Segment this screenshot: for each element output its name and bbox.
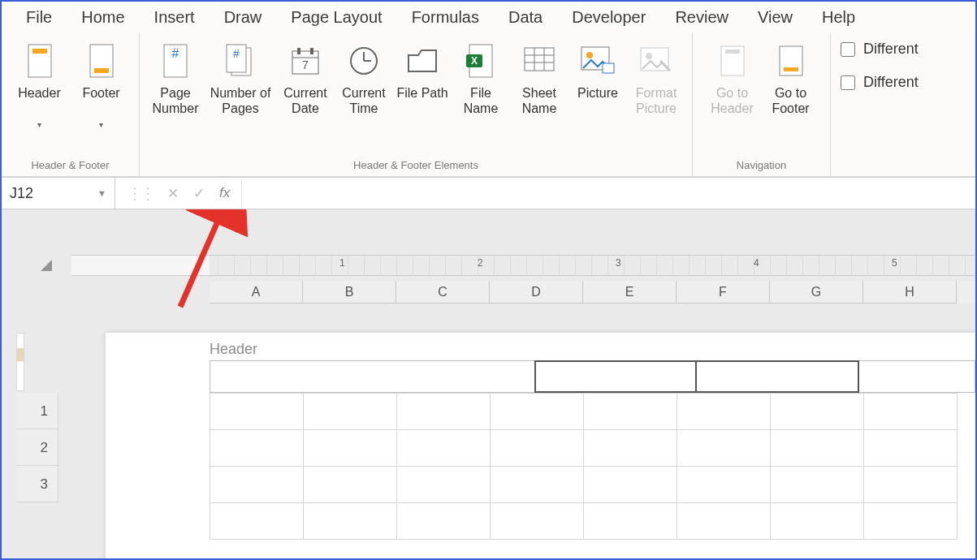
row-header[interactable]: 1 [16,393,58,429]
number-of-pages-button[interactable]: # Number of Pages [205,41,276,118]
menu-page-layout[interactable]: Page Layout [276,3,396,32]
cell[interactable] [864,503,958,540]
picture-button[interactable]: Picture [568,41,627,118]
cell[interactable] [210,467,304,503]
goto-footer-icon [776,41,806,81]
cell[interactable] [771,503,864,540]
header-icon [25,41,54,81]
different-first-page-checkbox[interactable]: Different [841,41,919,58]
page-number-button[interactable]: # Page Number [146,41,205,118]
menu-formulas[interactable]: Formulas [397,3,494,32]
cell[interactable] [584,503,677,540]
chevron-down-icon[interactable]: ▼ [97,188,106,198]
file-name-button[interactable]: X File Name [452,41,510,118]
svg-text:7: 7 [302,58,309,71]
different-odd-even-checkbox[interactable]: Different [841,74,919,91]
ruler-margin [71,256,210,275]
enter-icon[interactable]: ✓ [193,185,205,202]
col-header[interactable]: C [396,281,490,304]
checkbox-icon[interactable] [841,75,855,90]
row-header[interactable]: 3 [16,466,58,502]
cell[interactable] [864,467,958,503]
menu-home[interactable]: Home [67,3,139,32]
fx-icon[interactable]: fx [219,185,230,201]
group-header-footer-elements: # Page Number # Number of Pages 7 Curren… [140,32,693,176]
menu-view[interactable]: View [743,3,807,32]
file-path-button[interactable]: File Path [393,41,452,118]
menu-insert[interactable]: Insert [140,3,210,32]
group-navigation: Go to Header Go to Footer Navigation [693,32,831,176]
cell[interactable] [584,467,677,503]
vertical-ruler[interactable] [16,333,24,391]
menu-developer[interactable]: Developer [557,3,660,32]
formula-input[interactable] [242,178,975,209]
page-preview: Header [106,333,975,560]
cell[interactable] [771,467,864,503]
checkbox-icon[interactable] [841,42,855,57]
menu-draw[interactable]: Draw [210,3,277,32]
cell[interactable] [304,394,397,430]
cell[interactable] [584,394,677,430]
col-header[interactable]: H [863,281,957,304]
col-header[interactable]: F [677,281,770,304]
cell[interactable] [397,394,491,430]
horizontal-ruler[interactable]: 1 2 3 4 5 [71,255,975,276]
name-box[interactable]: J12 ▼ [2,178,115,209]
sheet-name-button[interactable]: Sheet Name [510,41,568,118]
cell[interactable] [771,430,864,467]
header-left-section[interactable] [210,360,534,393]
row-header[interactable]: 2 [16,429,58,466]
current-date-button[interactable]: 7 Current Date [276,41,335,118]
svg-rect-33 [784,67,798,71]
picture-icon [580,41,616,81]
cell[interactable] [397,430,491,467]
header-center-section[interactable] [534,360,697,393]
cell[interactable] [397,467,491,503]
cell[interactable] [677,430,771,467]
cell[interactable] [491,467,584,503]
col-header[interactable]: B [303,281,396,304]
current-time-button[interactable]: Current Time [335,41,393,118]
cell[interactable] [864,394,958,430]
svg-rect-20 [525,48,554,71]
cell[interactable] [304,467,397,503]
menu-review[interactable]: Review [660,3,743,32]
cell[interactable] [677,467,771,503]
cell[interactable] [864,430,958,467]
svg-rect-27 [603,63,614,73]
menu-file[interactable]: File [11,3,67,32]
excel-file-icon: X [466,41,495,81]
header-button[interactable]: Header ▾ [9,41,71,130]
menu-data[interactable]: Data [494,3,557,32]
cell[interactable] [491,394,584,430]
cell[interactable] [210,503,304,540]
menu-help[interactable]: Help [807,3,870,32]
col-header[interactable]: D [490,281,583,304]
cell[interactable] [397,503,491,540]
formula-bar: J12 ▼ ⋮⋮ ✕ ✓ fx [2,177,975,209]
cell[interactable] [304,503,397,540]
cell[interactable] [771,394,864,430]
footer-button[interactable]: Footer ▾ [71,41,132,130]
goto-footer-button[interactable]: Go to Footer [762,41,820,118]
cell[interactable] [210,430,304,467]
cell[interactable] [491,430,584,467]
cell[interactable] [677,503,771,540]
cell[interactable] [677,394,771,430]
clock-icon [348,41,380,81]
app-window: File Home Insert Draw Page Layout Formul… [0,0,977,560]
select-all-triangle[interactable] [41,260,52,271]
column-headers: A B C D E F G H [210,281,975,304]
cell-grid [210,393,958,540]
col-header[interactable]: E [583,281,677,304]
cell[interactable] [210,394,304,430]
chevron-down-icon: ▾ [37,120,41,130]
cell[interactable] [491,503,584,540]
col-header[interactable]: A [210,281,303,304]
header-right-section[interactable] [859,360,975,393]
header-center-section-b[interactable] [697,360,859,393]
cell[interactable] [304,430,397,467]
cell[interactable] [584,430,677,467]
col-header[interactable]: G [770,281,863,304]
cancel-icon[interactable]: ✕ [167,185,179,202]
